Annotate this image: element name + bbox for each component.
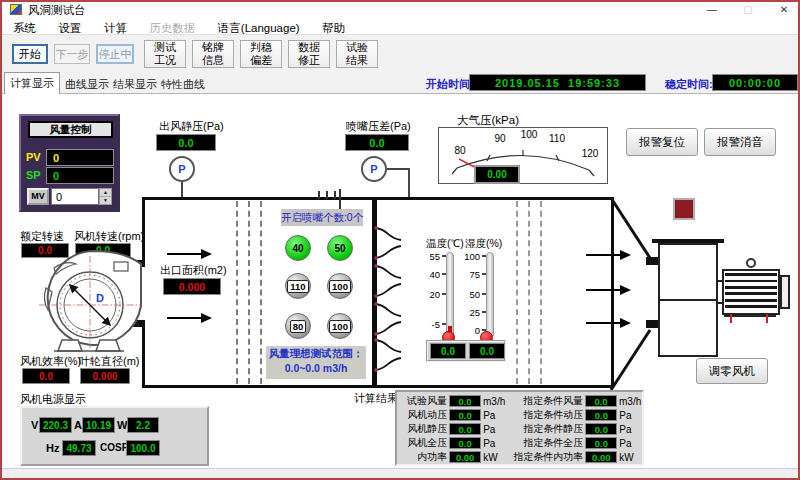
dim-d-label: D	[96, 292, 104, 304]
result-row: 风机静压0.0Pa 指定条件静压0.0Pa	[400, 422, 639, 436]
pv-display: 0	[46, 149, 114, 166]
temp-tick-label: -5	[422, 319, 440, 330]
data-correction-button[interactable]: 数据 修正	[288, 40, 330, 68]
flow-arrow	[167, 317, 201, 319]
svg-text:80: 80	[454, 145, 466, 156]
nozzle-button-110[interactable]: 110	[285, 273, 311, 299]
sp-display: 0	[46, 167, 114, 184]
nozzle-button-50[interactable]: 50	[327, 235, 353, 261]
titlebar: 风洞测试台 — ▢ ✕	[2, 2, 798, 18]
maximize-button[interactable]: ▢	[732, 2, 764, 17]
minimize-button[interactable]: —	[696, 2, 728, 17]
ideal-range-value: 0.0~0.0 m3/h	[266, 361, 366, 376]
nozzle-bell-profile	[373, 336, 403, 374]
mv-button[interactable]: MV	[27, 188, 49, 205]
humidity-display: 0.0	[469, 343, 505, 359]
fan-speed-label: 风机转速(rpm)	[74, 229, 144, 244]
motor-base-tick	[730, 314, 732, 323]
nozzle-button-100[interactable]: 100	[327, 273, 353, 299]
ideal-range-box: 风量理想测试范围： 0.0~0.0 m3/h	[266, 346, 366, 379]
nameplate-info-button[interactable]: 铭牌 信息	[192, 40, 234, 68]
power-display-title: 风机电源显示	[20, 392, 86, 407]
sp-label: SP	[26, 169, 41, 181]
gauge-connector-h	[387, 168, 410, 170]
flow-arrow	[167, 253, 201, 255]
humidity-tick-label: 0	[460, 325, 480, 336]
temperature-thermometer	[446, 252, 454, 336]
result-row: 试验风量0.0m3/h 指定条件风量0.0m3/h	[400, 394, 639, 408]
atmos-pressure-label: 大气压(kPa)	[457, 113, 519, 128]
voltage-label: V	[31, 419, 38, 431]
duct-tick	[334, 191, 336, 199]
pv-label: PV	[26, 151, 41, 163]
stability-deviation-button[interactable]: 判稳 偏差	[240, 40, 282, 68]
outlet-static-label: 出风静压(Pa)	[159, 119, 224, 134]
mv-input[interactable]	[51, 188, 99, 205]
next-step-button[interactable]: 下一步	[54, 44, 90, 64]
temp-tick-label: 20	[422, 289, 440, 300]
humidity-tick-label: 50	[460, 289, 480, 300]
tab-curve-display[interactable]: 曲线显示	[64, 74, 110, 94]
rated-speed-label: 额定转速	[20, 229, 64, 244]
svg-text:120: 120	[582, 148, 599, 159]
start-time-label: 开始时间:	[426, 77, 474, 92]
impeller-diameter-label: 叶轮直径(m)	[79, 354, 140, 369]
nozzle-bell-profile	[373, 224, 403, 262]
result-row: 内功率0.00kW 指定条件内功率0.00kW	[400, 450, 639, 464]
temperature-label: 温度(℃)	[426, 237, 464, 251]
ideal-range-label: 风量理想测试范围：	[266, 346, 366, 361]
status-bar	[2, 468, 798, 478]
current-display: 10.19	[82, 417, 115, 433]
converging-duct	[608, 194, 654, 394]
screen-mesh-line	[260, 201, 262, 384]
temp-humidity-display-frame: 0.0 0.0	[426, 340, 506, 362]
tab-characteristic-curve[interactable]: 特性曲线	[160, 74, 206, 94]
screen-mesh-line	[516, 201, 518, 384]
fan-efficiency-display: 0.0	[22, 368, 70, 384]
zero-fan-button[interactable]: 调零风机	[696, 358, 768, 384]
outlet-area-display: 0.000	[163, 278, 221, 295]
nozzle-bell-profile	[373, 300, 403, 338]
flow-control-title: 风量控制	[30, 123, 111, 136]
wind-tunnel-test-window: 风洞测试台 — ▢ ✕ 系统 设置 计算 历史数据 语言(Language) 帮…	[0, 0, 800, 480]
motor-base-tick	[766, 314, 768, 323]
duct-tick	[318, 191, 320, 199]
nozzle-diff-display: 0.0	[345, 134, 409, 151]
alarm-mute-button[interactable]: 报警消音	[704, 128, 776, 156]
close-button[interactable]: ✕	[768, 2, 800, 17]
gauge-connector-v	[408, 168, 410, 198]
start-time-display: 2019.05.15 19:59:33	[469, 74, 646, 91]
screen-mesh-line	[248, 201, 250, 384]
nozzle-button-100b[interactable]: 100	[327, 313, 353, 339]
outlet-static-display: 0.0	[156, 134, 216, 151]
alarm-reset-button[interactable]: 报警复位	[626, 128, 698, 156]
tab-calc-display[interactable]: 计算显示	[4, 72, 60, 94]
humidity-tick-label: 100	[460, 251, 480, 262]
gauge-stem	[181, 182, 183, 198]
spin-up-icon[interactable]: ▲	[100, 189, 111, 197]
flow-control-panel: 风量控制 PV 0 SP 0 MV ▲ ▼	[19, 114, 120, 212]
test-condition-button[interactable]: 测试 工况	[144, 40, 186, 68]
result-row: 风机动压0.0Pa 指定条件动压0.0Pa	[400, 408, 639, 422]
stopping-button[interactable]: 停止中	[96, 44, 134, 64]
test-result-button[interactable]: 试验 结果	[336, 40, 378, 68]
screen-mesh-line	[528, 201, 530, 384]
watt-display: 2.2	[127, 417, 159, 433]
screen-mesh-line	[540, 201, 542, 384]
temp-tick-label: 55	[422, 251, 440, 262]
label-callout-line	[339, 189, 341, 211]
power-display-panel: V 220.3 A 10.19 W 2.2 Hz 49.73 COSP 100.…	[20, 406, 209, 466]
pressure-gauge-icon: P	[169, 156, 195, 182]
humidity-tick-label: 25	[460, 307, 480, 318]
svg-text:90: 90	[494, 133, 506, 144]
impeller-diameter-display: 0.000	[80, 368, 130, 384]
mv-spinner[interactable]: ▲ ▼	[99, 188, 112, 205]
watt-label: W	[117, 419, 127, 431]
current-label: A	[74, 419, 82, 431]
nozzle-button-40[interactable]: 40	[285, 235, 311, 261]
tab-result-display[interactable]: 结果显示	[112, 74, 158, 94]
nozzle-button-80[interactable]: 80	[285, 313, 311, 339]
start-button[interactable]: 开始	[12, 44, 48, 64]
spin-down-icon[interactable]: ▼	[100, 197, 111, 204]
atmos-gauge: 80 90 100 110 120	[438, 127, 608, 184]
